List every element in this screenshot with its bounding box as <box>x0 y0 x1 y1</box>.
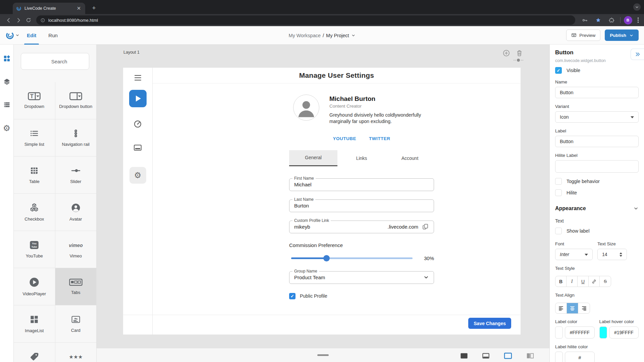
site-info-icon[interactable] <box>40 18 45 23</box>
tab-close-icon[interactable]: ✕ <box>76 5 82 11</box>
forward-icon[interactable] <box>13 15 23 25</box>
label-color-swatch[interactable] <box>555 326 563 339</box>
add-layout-icon[interactable] <box>502 49 510 57</box>
design-canvas[interactable]: Layout 1 ⚙ Manage User Settings <box>97 45 549 362</box>
label-input[interactable]: Button <box>555 136 639 147</box>
publish-button[interactable]: Publish <box>605 29 639 41</box>
layers-panel-icon[interactable] <box>3 78 11 85</box>
panel-drag-handle[interactable] <box>317 354 329 356</box>
extensions-icon[interactable] <box>607 15 617 25</box>
public-profile-checkbox[interactable] <box>289 293 296 299</box>
breadcrumb[interactable]: My Workspace / My Project <box>0 26 644 45</box>
name-input[interactable]: Button <box>555 87 639 98</box>
palette-item-avatar[interactable]: Avatar <box>55 194 97 231</box>
layout-preset-outline-icon-active[interactable] <box>503 351 513 361</box>
underline-button[interactable]: U <box>578 276 589 287</box>
palette-item-videoplayer[interactable]: VideoPlayer <box>14 268 55 305</box>
back-icon[interactable] <box>3 15 13 25</box>
tab-strip-chevron-icon[interactable] <box>633 3 641 11</box>
rows-panel-icon[interactable] <box>3 101 11 109</box>
layout-preset-bottombar-icon[interactable] <box>481 351 490 360</box>
bold-button[interactable]: B <box>555 276 567 287</box>
collapse-panel-button[interactable] <box>631 49 644 60</box>
palette-item-chips[interactable]: Chips <box>14 343 55 362</box>
palette-item-checkbox[interactable]: Checkbox <box>14 194 55 231</box>
selection-handle[interactable] <box>514 59 523 62</box>
palette-item-tabs[interactable]: Tabs <box>55 268 97 305</box>
palette-item-slider[interactable]: Slider <box>55 157 97 193</box>
palette-item-simple-list[interactable]: Simple list <box>14 119 55 156</box>
breadcrumb-project[interactable]: My Project <box>326 33 349 38</box>
hilite-label-input[interactable] <box>555 160 639 173</box>
label-hilite-color-swatch[interactable] <box>555 352 563 362</box>
commission-slider[interactable] <box>291 257 413 259</box>
palette-item-table[interactable]: Table <box>14 157 55 193</box>
browser-tab[interactable]: LiveCode Create ✕ <box>13 3 85 14</box>
play-nav-button[interactable] <box>129 90 147 107</box>
browser-profile-avatar[interactable]: B <box>624 16 632 24</box>
first-name-field[interactable]: First Name Michael <box>289 178 434 191</box>
link-style-button[interactable] <box>589 276 600 287</box>
palette-item-youtube[interactable]: YouTube YouTube <box>14 231 55 268</box>
bookmark-star-icon[interactable] <box>593 15 603 25</box>
reload-icon[interactable] <box>23 15 34 25</box>
user-settings-form[interactable]: ⚙ Manage User Settings Michael Burton Co… <box>123 68 521 335</box>
slider-thumb[interactable] <box>323 255 330 261</box>
password-key-icon[interactable] <box>580 15 590 25</box>
tab-general[interactable]: General <box>289 150 337 166</box>
palette-item-dropdown[interactable]: T Dropdown <box>14 82 55 119</box>
layout-preset-split-icon[interactable] <box>526 351 535 360</box>
custom-profile-link-field[interactable]: Custom Profile Link mikeyb .livecode.com <box>289 221 434 233</box>
variant-select[interactable]: Icon <box>555 111 639 123</box>
livecode-logo[interactable] <box>5 31 19 40</box>
palette-item-navigation-rail[interactable]: Navigation rail <box>55 119 97 156</box>
align-left-button[interactable] <box>555 303 567 313</box>
stepper-arrows-icon[interactable] <box>620 251 622 258</box>
layout-preset-solid-icon[interactable] <box>460 351 469 360</box>
toggle-behavior-checkbox[interactable] <box>555 178 562 185</box>
align-right-button[interactable] <box>578 303 590 313</box>
youtube-link[interactable]: YOUTUBE <box>333 136 356 141</box>
settings-panel-icon[interactable]: ⚙ <box>3 124 10 132</box>
label-color-input[interactable]: #FFFFFF <box>565 326 595 339</box>
tab-account[interactable]: Account <box>386 150 434 166</box>
palette-item-card[interactable]: Card <box>55 305 97 342</box>
twitter-link[interactable]: TWITTER <box>369 136 390 141</box>
menu-hamburger-icon[interactable] <box>135 75 141 80</box>
palette-item-dropdown-button[interactable]: Dropdown button <box>55 82 97 119</box>
tab-run[interactable]: Run <box>48 26 58 45</box>
browser-menu-icon[interactable] <box>636 17 641 23</box>
breadcrumb-workspace[interactable]: My Workspace <box>288 33 321 38</box>
label-hover-color-input[interactable]: #19FFFF <box>609 326 639 339</box>
align-center-button[interactable] <box>567 303 578 313</box>
strikethrough-button[interactable]: S <box>600 276 611 287</box>
preview-button[interactable]: Preview <box>566 29 600 41</box>
palette-item-imagelist[interactable]: ImageList <box>14 305 55 342</box>
visible-checkbox[interactable] <box>555 67 562 74</box>
last-name-field[interactable]: Last Name Burton <box>289 199 434 212</box>
card-nav-icon[interactable] <box>133 143 142 152</box>
font-select[interactable]: Inter <box>555 249 593 260</box>
palette-item-ratings[interactable]: ★★★ Ratings <box>55 343 97 362</box>
appearance-section-header[interactable]: Appearance <box>555 205 639 212</box>
delete-layout-icon[interactable] <box>516 49 523 57</box>
copy-icon[interactable] <box>422 223 429 230</box>
show-label-checkbox[interactable] <box>555 228 562 234</box>
widgets-panel-icon[interactable] <box>3 55 11 62</box>
save-changes-button[interactable]: Save Changes <box>468 318 511 329</box>
dashboard-gauge-icon[interactable] <box>133 119 142 128</box>
hilite-checkbox[interactable] <box>555 189 562 196</box>
palette-search[interactable] <box>21 53 89 70</box>
text-size-stepper[interactable]: 14 <box>597 249 627 260</box>
search-input[interactable] <box>26 59 93 64</box>
italic-button[interactable]: I <box>567 276 578 287</box>
url-bar[interactable]: localhost:8080/home.html <box>36 15 575 25</box>
palette-item-vimeo[interactable]: vimeo Vimeo <box>55 231 97 268</box>
label-hilite-color-input[interactable]: # <box>565 352 595 362</box>
new-tab-button[interactable]: + <box>89 3 99 13</box>
tab-links[interactable]: Links <box>337 150 386 166</box>
settings-nav-button[interactable]: ⚙ <box>129 167 146 184</box>
label-hover-color-swatch[interactable] <box>599 326 607 339</box>
group-name-select[interactable]: Group Name Product Team <box>289 271 434 284</box>
tab-edit[interactable]: Edit <box>27 26 36 45</box>
